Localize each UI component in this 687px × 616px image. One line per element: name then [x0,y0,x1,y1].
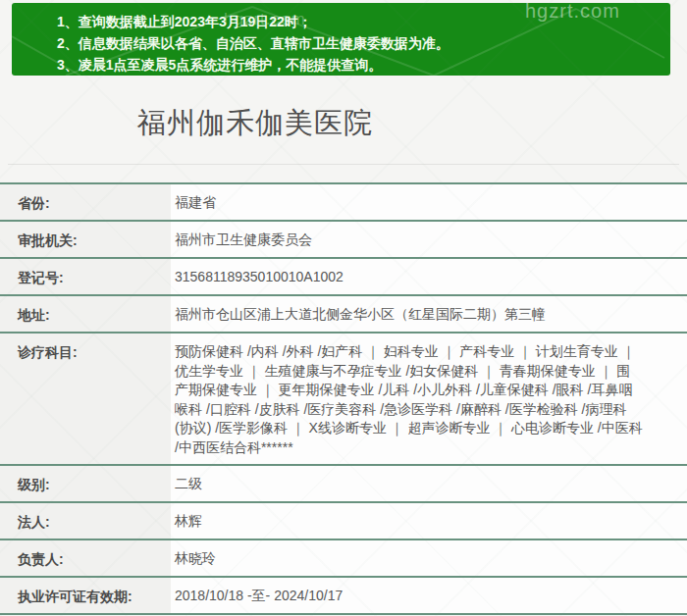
table-row-registration-number: 登记号: 31568118935010010A1002 [0,259,687,296]
notice-line-2: 2、信息数据结果以各省、自治区、直辖市卫生健康委数据为准。 [57,32,661,54]
row-value: 林晓玲 [171,540,687,576]
table-row-treatment-subjects: 诊疗科目: 预防保健科 /内科 /外科 /妇产科 ｜ 妇科专业 ｜ 产科专业 ｜… [0,334,687,466]
row-label: 执业许可证有效期: [0,578,171,613]
table-row-address: 地址: 福州市仓山区浦上大道北侧金华小区（红星国际二期）第三幢 [0,296,687,334]
table-row-license-validity: 执业许可证有效期: 2018/10/18 -至- 2024/10/17 [0,578,687,615]
notice-line-1: 1、查询数据截止到2023年3月19日22时； [57,11,661,32]
row-value: 二级 [171,466,687,501]
table-row-level: 级别: 二级 [0,466,687,503]
row-value: 2018/10/18 -至- 2024/10/17 [171,578,687,613]
notice-line-3: 3、凌晨1点至凌晨5点系统进行维护，不能提供查询。 [57,54,661,76]
row-label: 法人: [0,503,171,539]
table-row-person-in-charge: 负责人: 林晓玲 [0,540,687,578]
notice-banner: 1、查询数据截止到2023年3月19日22时； 2、信息数据结果以各省、自治区、… [12,3,670,76]
row-value: 林辉 [171,503,687,539]
page-title: 福州伽禾伽美医院 [0,104,510,143]
row-label: 地址: [0,296,171,332]
title-divider [8,164,679,165]
row-value: 福州市卫生健康委员会 [171,222,687,257]
row-label: 级别: [0,466,171,501]
row-label: 登记号: [0,259,171,294]
row-label: 审批机关: [0,222,171,257]
row-label: 负责人: [0,540,171,576]
table-row-legal-person: 法人: 林辉 [0,503,687,540]
table-row-approval-authority: 审批机关: 福州市卫生健康委员会 [0,222,687,259]
row-value: 31568118935010010A1002 [171,259,687,294]
row-value: 福州市仓山区浦上大道北侧金华小区（红星国际二期）第三幢 [171,296,687,332]
row-value: 预防保健科 /内科 /外科 /妇产科 ｜ 妇科专业 ｜ 产科专业 ｜ 计划生育专… [171,334,687,464]
row-label: 诊疗科目: [0,334,171,464]
row-value: 福建省 [171,184,687,220]
hospital-info-table: 省份: 福建省 审批机关: 福州市卫生健康委员会 登记号: 3156811893… [0,182,687,615]
query-result-page: 1、查询数据截止到2023年3月19日22时； 2、信息数据结果以各省、自治区、… [0,0,687,616]
row-label: 省份: [0,184,171,220]
table-row-province: 省份: 福建省 [0,184,687,222]
